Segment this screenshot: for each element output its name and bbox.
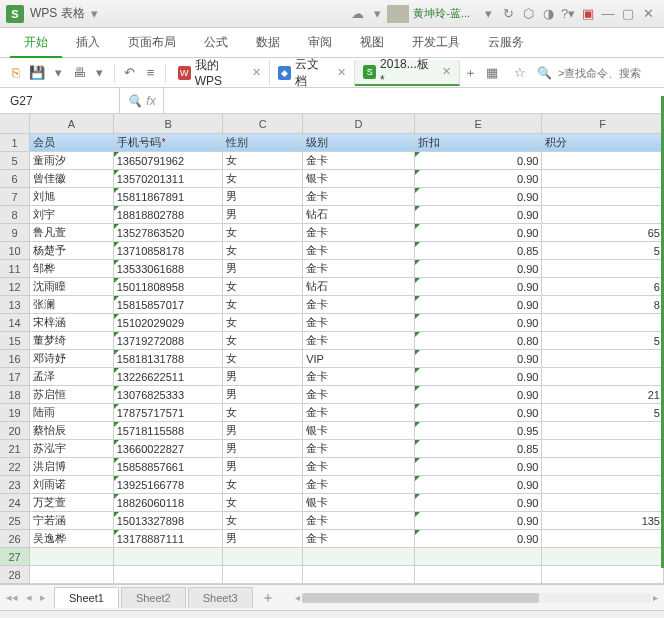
cell[interactable]: 13178887111 — [114, 530, 224, 548]
column-header[interactable]: D — [303, 114, 415, 134]
cell[interactable]: 男 — [223, 260, 303, 278]
cell[interactable]: 邹桦 — [30, 260, 114, 278]
cell[interactable]: 0.90 — [415, 170, 543, 188]
cell[interactable]: 男 — [223, 458, 303, 476]
cell[interactable]: 15815857017 — [114, 296, 224, 314]
cell[interactable]: 0.85 — [415, 440, 543, 458]
cell[interactable]: 刘宇 — [30, 206, 114, 224]
window-close[interactable]: ✕ — [638, 6, 658, 21]
cell[interactable] — [542, 314, 664, 332]
cell[interactable]: 女 — [223, 404, 303, 422]
cell[interactable]: 女 — [223, 278, 303, 296]
add-sheet-icon[interactable]: ＋ — [261, 589, 275, 607]
dropdown-icon[interactable]: ▾ — [89, 62, 110, 84]
column-header[interactable]: C — [223, 114, 303, 134]
cell[interactable]: 15718115588 — [114, 422, 224, 440]
cell[interactable]: 0.90 — [415, 188, 543, 206]
row-header[interactable]: 9 — [0, 224, 30, 242]
cell[interactable]: 女 — [223, 170, 303, 188]
cell[interactable] — [542, 422, 664, 440]
cell[interactable]: 21 — [542, 386, 664, 404]
cell[interactable]: 13527863520 — [114, 224, 224, 242]
cell[interactable] — [542, 368, 664, 386]
row-header[interactable]: 1 — [0, 134, 30, 152]
sheet-tab[interactable]: Sheet3 — [188, 587, 253, 608]
row-header[interactable]: 26 — [0, 530, 30, 548]
cell[interactable]: 女 — [223, 512, 303, 530]
cell[interactable]: 童雨汐 — [30, 152, 114, 170]
dropdown-icon[interactable]: ▾ — [367, 6, 387, 21]
cell[interactable]: 男 — [223, 440, 303, 458]
open-icon[interactable]: ⎘ — [6, 62, 27, 84]
close-icon[interactable]: ✕ — [442, 65, 451, 78]
cell[interactable]: 0.90 — [415, 224, 543, 242]
cell[interactable]: 女 — [223, 332, 303, 350]
cell[interactable]: 13710858178 — [114, 242, 224, 260]
cell[interactable]: 金卡 — [303, 476, 415, 494]
document-tab[interactable]: ◆云文档✕ — [270, 60, 355, 86]
row-header[interactable]: 25 — [0, 512, 30, 530]
row-header[interactable]: 11 — [0, 260, 30, 278]
sheet-nav-prev[interactable]: ◂ — [26, 591, 32, 604]
ribbon-tab[interactable]: 页面布局 — [114, 27, 190, 58]
row-header[interactable]: 19 — [0, 404, 30, 422]
cell[interactable]: 0.90 — [415, 530, 543, 548]
cell[interactable]: 女 — [223, 242, 303, 260]
row-header[interactable]: 7 — [0, 188, 30, 206]
cd-icon[interactable]: ◑ — [538, 6, 558, 21]
cell[interactable]: 女 — [223, 296, 303, 314]
row-header[interactable]: 17 — [0, 368, 30, 386]
cell[interactable]: 女 — [223, 350, 303, 368]
cell[interactable]: 曾佳徽 — [30, 170, 114, 188]
cell[interactable] — [303, 548, 415, 566]
cell[interactable]: 金卡 — [303, 314, 415, 332]
cell[interactable]: 15011808958 — [114, 278, 224, 296]
favorite-icon[interactable]: ☆ — [509, 62, 531, 84]
cell[interactable]: 15102029029 — [114, 314, 224, 332]
undo-icon[interactable]: ↶ — [119, 62, 140, 84]
cell[interactable]: 男 — [223, 422, 303, 440]
cell[interactable]: 银卡 — [303, 422, 415, 440]
cell[interactable]: 0.90 — [415, 404, 543, 422]
redo-icon[interactable]: ≡ — [140, 62, 161, 84]
row-header[interactable]: 5 — [0, 152, 30, 170]
cell[interactable]: 万芝萱 — [30, 494, 114, 512]
cell[interactable]: 女 — [223, 224, 303, 242]
row-header[interactable]: 16 — [0, 350, 30, 368]
cell[interactable] — [542, 530, 664, 548]
print-icon[interactable]: 🖶 — [69, 62, 90, 84]
cell[interactable]: 张澜 — [30, 296, 114, 314]
cell[interactable]: 65 — [542, 224, 664, 242]
cell[interactable]: 0.90 — [415, 260, 543, 278]
cell[interactable]: 董梦绮 — [30, 332, 114, 350]
cell[interactable]: 男 — [223, 530, 303, 548]
cell[interactable]: 5 — [542, 404, 664, 422]
cell[interactable] — [114, 548, 224, 566]
row-header[interactable]: 27 — [0, 548, 30, 566]
cell[interactable]: 17875717571 — [114, 404, 224, 422]
row-header[interactable]: 18 — [0, 386, 30, 404]
close-icon[interactable]: ✕ — [337, 66, 346, 79]
cell[interactable]: 钻石 — [303, 206, 415, 224]
cell[interactable] — [542, 260, 664, 278]
cell[interactable]: 鲁凡萱 — [30, 224, 114, 242]
cell[interactable] — [223, 566, 303, 584]
menu-icon[interactable]: ▦ — [481, 62, 503, 84]
row-header[interactable]: 24 — [0, 494, 30, 512]
ribbon-tab[interactable]: 云服务 — [474, 27, 538, 58]
column-header[interactable]: F — [542, 114, 664, 134]
update-icon[interactable]: ▣ — [578, 6, 598, 21]
sheet-tab[interactable]: Sheet2 — [121, 587, 186, 608]
cell[interactable] — [542, 440, 664, 458]
cell[interactable]: 0.90 — [415, 296, 543, 314]
cell[interactable]: 15811867891 — [114, 188, 224, 206]
row-header[interactable]: 15 — [0, 332, 30, 350]
cell[interactable]: 金卡 — [303, 440, 415, 458]
cell[interactable]: 8 — [542, 296, 664, 314]
cell[interactable] — [30, 548, 114, 566]
save-icon[interactable]: 💾 — [27, 62, 48, 84]
cell[interactable]: 金卡 — [303, 404, 415, 422]
cell[interactable]: 金卡 — [303, 152, 415, 170]
cell[interactable]: 5 — [542, 332, 664, 350]
cell[interactable]: 积分 — [542, 134, 664, 152]
